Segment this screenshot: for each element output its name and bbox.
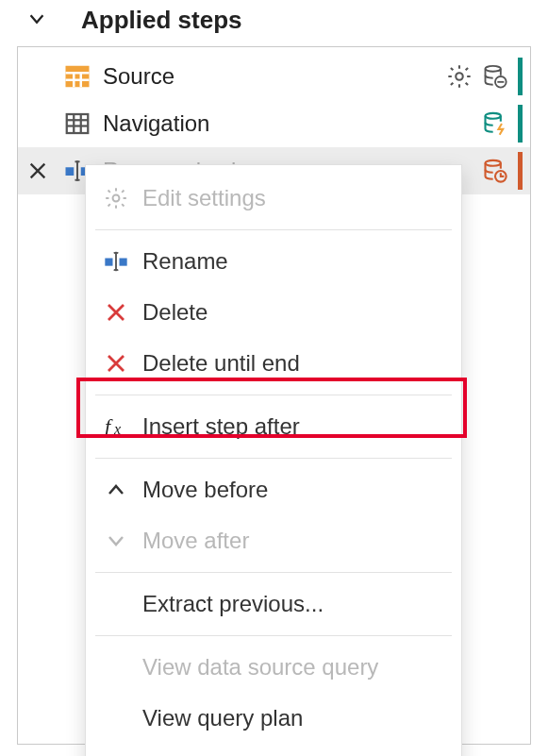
menu-rename[interactable]: Rename (86, 236, 461, 287)
db-minus-icon (480, 61, 510, 92)
menu-separator (95, 635, 452, 636)
menu-label: Delete until end (137, 350, 300, 377)
menu-properties[interactable]: Properties... (86, 744, 461, 756)
menu-delete[interactable]: Delete (86, 287, 461, 338)
svg-rect-10 (67, 114, 89, 133)
svg-point-7 (486, 66, 501, 72)
menu-label: Move after (137, 528, 249, 554)
menu-label: Extract previous... (137, 591, 324, 617)
menu-label: View query plan (137, 705, 303, 731)
svg-point-18 (486, 160, 501, 166)
step-row-navigation[interactable]: Navigation (18, 100, 530, 147)
chevron-down-icon (95, 529, 137, 552)
delete-step-icon[interactable] (18, 160, 58, 181)
step-label: Navigation (97, 110, 480, 137)
menu-extract-previous[interactable]: Extract previous... (86, 579, 461, 630)
menu-separator (95, 572, 452, 573)
fx-icon: f x (95, 413, 137, 440)
menu-edit-settings: Edit settings (86, 173, 461, 224)
collapse-chevron-icon[interactable] (26, 8, 47, 33)
menu-label: Insert step after (137, 413, 300, 440)
svg-point-20 (113, 195, 120, 202)
svg-rect-16 (66, 167, 75, 176)
step-row-source[interactable]: Source (18, 53, 530, 100)
source-table-icon (58, 62, 97, 91)
menu-separator (95, 458, 452, 459)
svg-point-6 (456, 73, 462, 79)
menu-label: Move before (137, 477, 268, 503)
menu-move-before[interactable]: Move before (86, 464, 461, 515)
menu-insert-step-after[interactable]: f x Insert step after (86, 401, 461, 452)
menu-separator (95, 395, 452, 395)
menu-separator (95, 229, 452, 230)
menu-label: Delete (137, 299, 208, 326)
menu-move-after: Move after (86, 515, 461, 566)
accent-bar (518, 105, 523, 143)
step-context-menu: Edit settings Rename Delete Delete until… (85, 164, 462, 756)
gear-icon[interactable] (444, 61, 474, 92)
delete-x-icon (95, 301, 137, 324)
chevron-up-icon (95, 479, 137, 501)
db-clock-icon (480, 156, 510, 186)
svg-rect-21 (105, 259, 112, 266)
menu-delete-until-end[interactable]: Delete until end (86, 338, 461, 389)
db-bolt-icon (480, 109, 510, 139)
table-icon (58, 109, 97, 138)
gear-icon (95, 186, 137, 210)
menu-label: View data source query (137, 654, 378, 680)
menu-label: Rename (137, 248, 228, 275)
svg-text:x: x (113, 421, 121, 437)
accent-bar (518, 58, 523, 95)
delete-x-icon (95, 352, 137, 375)
svg-text:f: f (105, 414, 113, 438)
menu-label: Edit settings (137, 185, 266, 211)
panel-header[interactable]: Applied steps (0, 6, 548, 42)
step-label: Source (97, 63, 444, 90)
menu-view-query-plan[interactable]: View query plan (86, 693, 461, 744)
panel-title: Applied steps (81, 6, 241, 35)
svg-point-15 (486, 113, 501, 119)
svg-rect-22 (120, 259, 127, 266)
rename-icon (95, 248, 137, 275)
accent-bar (518, 152, 523, 190)
menu-view-data-source-query: View data source query (86, 642, 461, 693)
